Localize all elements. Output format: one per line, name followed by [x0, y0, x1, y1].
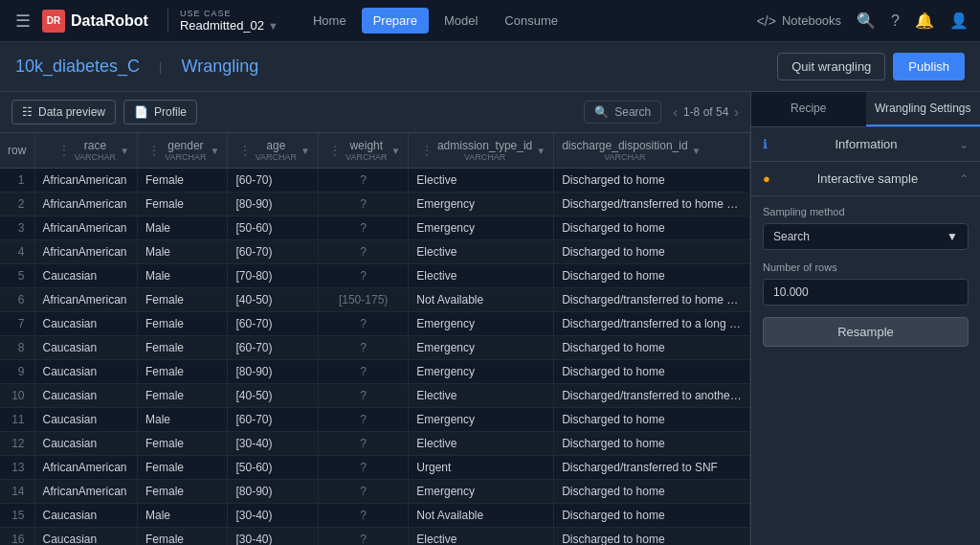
- notifications-icon[interactable]: 🔔: [915, 11, 934, 30]
- resample-button[interactable]: Resample: [763, 317, 969, 347]
- cell-weight: [150-175): [318, 288, 408, 312]
- cell-race: AfricanAmerican: [34, 193, 138, 216]
- col-header-discharge[interactable]: discharge_disposition_idVARCHAR ▼: [554, 133, 750, 169]
- cell-gender: Male: [138, 240, 228, 264]
- interactive-sample-header[interactable]: ● Interactive sample ⌃: [763, 171, 969, 186]
- cell-admission: Elective: [409, 528, 554, 546]
- user-icon[interactable]: 👤: [949, 11, 969, 30]
- cell-weight: ?: [318, 264, 408, 288]
- sort-icon[interactable]: ▼: [211, 146, 220, 156]
- col-header-race[interactable]: ⋮ raceVARCHAR ▼: [34, 133, 138, 169]
- cell-gender: Female: [138, 312, 228, 336]
- cell-discharge: Discharged to home: [554, 432, 750, 456]
- cell-rownum: 12: [0, 432, 34, 456]
- info-collapse-icon[interactable]: ⌄: [959, 138, 969, 151]
- cell-rownum: 8: [0, 336, 34, 360]
- col-header-admission[interactable]: ⋮ admission_type_idVARCHAR ▼: [409, 133, 554, 169]
- table-row: 14 AfricanAmerican Female [80-90) ? Emer…: [0, 480, 750, 504]
- cell-weight: ?: [318, 528, 408, 546]
- nav-home[interactable]: Home: [301, 8, 358, 34]
- cell-weight: ?: [318, 384, 408, 408]
- publish-button[interactable]: Publish: [893, 53, 965, 80]
- sort-icon[interactable]: ▼: [301, 146, 310, 156]
- cell-admission: Elective: [409, 264, 554, 288]
- col-menu-icon[interactable]: ⋮: [57, 143, 71, 158]
- information-header[interactable]: ℹ Information ⌄: [763, 137, 969, 151]
- profile-button[interactable]: 📄 Profile: [123, 100, 197, 125]
- cell-discharge: Discharged to home: [554, 240, 750, 264]
- cell-race: Caucasian: [34, 264, 138, 288]
- cell-admission: Emergency: [409, 336, 554, 360]
- col-menu-icon[interactable]: ⋮: [147, 143, 161, 158]
- hamburger-menu-icon[interactable]: ☰: [11, 7, 34, 35]
- tab-recipe[interactable]: Recipe: [751, 92, 866, 126]
- cell-race: AfricanAmerican: [34, 169, 138, 193]
- tab-wrangling-settings[interactable]: Wrangling Settings: [866, 92, 981, 126]
- sort-icon[interactable]: ▼: [120, 146, 129, 156]
- cell-rownum: 5: [0, 264, 34, 288]
- table-row: 15 Caucasian Male [30-40) ? Not Availabl…: [0, 504, 750, 528]
- sort-icon[interactable]: ▼: [390, 146, 400, 156]
- cell-age: [60-70): [228, 336, 318, 360]
- cell-discharge: Discharged/transferred to another type o…: [554, 384, 750, 408]
- cell-age: [70-80): [228, 264, 318, 288]
- use-case-dropdown-icon[interactable]: ▼: [268, 20, 278, 32]
- cell-race: AfricanAmerican: [34, 240, 138, 264]
- cell-rownum: 14: [0, 480, 34, 504]
- second-bar: 10k_diabetes_C | Wrangling Quit wranglin…: [0, 42, 980, 92]
- notebooks-button[interactable]: </> Notebooks: [757, 13, 841, 29]
- cell-admission: Emergency: [409, 480, 554, 504]
- cell-rownum: 7: [0, 312, 34, 336]
- cell-age: [50-60): [228, 456, 318, 480]
- cell-discharge: Discharged/transferred to a long term ca…: [554, 312, 750, 336]
- sort-icon[interactable]: ▼: [692, 146, 702, 156]
- nav-consume[interactable]: Consume: [493, 8, 569, 34]
- table-row: 9 Caucasian Female [80-90) ? Emergency D…: [0, 360, 750, 384]
- cell-weight: ?: [318, 480, 408, 504]
- data-table: row ⋮ raceVARCHAR ▼ ⋮ g: [0, 133, 750, 545]
- cell-gender: Female: [138, 384, 228, 408]
- cell-gender: Female: [138, 360, 228, 384]
- col-header-weight[interactable]: ⋮ weightVARCHAR ▼: [318, 133, 408, 169]
- cell-weight: ?: [318, 216, 408, 240]
- table-row: 2 AfricanAmerican Female [80-90) ? Emerg…: [0, 193, 750, 216]
- cell-gender: Female: [138, 432, 228, 456]
- quit-wrangling-button[interactable]: Quit wrangling: [777, 53, 885, 80]
- cell-rownum: 1: [0, 169, 34, 193]
- cell-admission: Not Available: [409, 288, 554, 312]
- clock-icon: ●: [763, 171, 770, 186]
- nav-model[interactable]: Model: [433, 8, 489, 34]
- data-preview-button[interactable]: ☷ Data preview: [11, 100, 116, 125]
- sort-icon[interactable]: ▼: [536, 146, 546, 156]
- sampling-method-select[interactable]: Search ▼: [763, 223, 969, 250]
- table-row: 7 Caucasian Female [60-70) ? Emergency D…: [0, 312, 750, 336]
- sample-collapse-icon[interactable]: ⌃: [959, 172, 969, 186]
- page-next-icon[interactable]: ›: [734, 104, 739, 120]
- cell-rownum: 9: [0, 360, 34, 384]
- cell-age: [40-50): [228, 288, 318, 312]
- cell-race: AfricanAmerican: [34, 216, 138, 240]
- cell-race: Caucasian: [34, 504, 138, 528]
- col-menu-icon[interactable]: ⋮: [238, 143, 252, 158]
- nav-prepare[interactable]: Prepare: [362, 8, 429, 34]
- help-icon[interactable]: ?: [891, 12, 900, 30]
- cell-rownum: 11: [0, 408, 34, 432]
- cell-admission: Emergency: [409, 408, 554, 432]
- search-button[interactable]: 🔍 Search: [584, 101, 661, 124]
- col-header-age[interactable]: ⋮ ageVARCHAR ▼: [228, 133, 318, 169]
- cell-age: [30-40): [228, 432, 318, 456]
- page-prev-icon[interactable]: ‹: [673, 104, 678, 120]
- data-table-wrapper: row ⋮ raceVARCHAR ▼ ⋮ g: [0, 133, 750, 545]
- cell-age: [30-40): [228, 504, 318, 528]
- table-row: 6 AfricanAmerican Female [40-50) [150-17…: [0, 288, 750, 312]
- number-of-rows-input[interactable]: [763, 279, 969, 306]
- search-nav-icon[interactable]: 🔍: [857, 11, 876, 30]
- col-menu-icon[interactable]: ⋮: [328, 143, 342, 158]
- cell-rownum: 16: [0, 528, 34, 546]
- cell-weight: ?: [318, 336, 408, 360]
- number-of-rows-label: Number of rows: [763, 261, 969, 273]
- cell-discharge: Discharged to home: [554, 216, 750, 240]
- col-menu-icon[interactable]: ⋮: [420, 143, 434, 158]
- profile-icon: 📄: [134, 105, 148, 119]
- col-header-gender[interactable]: ⋮ genderVARCHAR ▼: [138, 133, 228, 169]
